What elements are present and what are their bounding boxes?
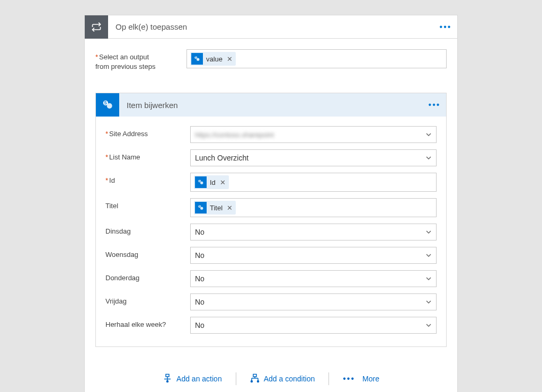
more-button[interactable]: ••• More	[329, 374, 393, 384]
token-remove-icon[interactable]: ✕	[227, 55, 233, 63]
id-input[interactable]: S Id ✕	[190, 173, 437, 192]
add-action-icon	[163, 373, 172, 385]
titel-input[interactable]: S Titel ✕	[190, 198, 437, 217]
flow-action-card: Op elk(e) toepassen ••• *Select an outpu…	[84, 15, 458, 392]
sharepoint-icon: S	[96, 93, 119, 117]
sharepoint-icon: S	[195, 202, 207, 213]
svg-point-22	[251, 380, 252, 382]
svg-text:S: S	[195, 56, 197, 59]
update-item-card: S Item bijwerken ••• *Site Address https…	[95, 93, 447, 347]
dinsdag-label: Dinsdag	[105, 224, 190, 235]
more-dots-icon: •••	[343, 374, 355, 384]
dinsdag-select[interactable]: No	[190, 224, 437, 240]
token-remove-icon[interactable]: ✕	[220, 179, 226, 186]
svg-text:S: S	[199, 180, 200, 183]
token-id[interactable]: S Id ✕	[194, 175, 229, 189]
outer-more-button[interactable]: •••	[434, 15, 457, 39]
token-label: value	[206, 55, 223, 63]
select-output-row: *Select an output from previous steps S …	[95, 49, 447, 72]
svg-point-7	[200, 182, 203, 184]
herhaal-label: Herhaal elke week?	[105, 317, 190, 328]
vrijdag-label: Vrijdag	[105, 293, 190, 305]
apply-to-each-title: Op elk(e) toepassen	[108, 22, 434, 31]
site-address-select[interactable]: https://contoso.sharepoint	[190, 126, 437, 143]
chevron-down-icon	[425, 154, 432, 163]
herhaal-select[interactable]: No	[190, 317, 437, 334]
footer-actions: Add an action Add a condition	[95, 357, 447, 392]
id-label: *Id	[105, 173, 190, 184]
token-remove-icon[interactable]: ✕	[227, 204, 233, 212]
svg-point-1	[197, 58, 199, 61]
token-titel[interactable]: S Titel ✕	[194, 201, 236, 215]
list-name-select[interactable]: Lunch Overzicht	[190, 149, 437, 166]
woensdag-label: Woensdag	[105, 247, 190, 259]
donderdag-select[interactable]: No	[190, 270, 437, 287]
chevron-down-icon	[425, 228, 432, 237]
site-address-label: *Site Address	[105, 126, 190, 138]
svg-rect-12	[166, 374, 169, 377]
chevron-down-icon	[425, 322, 432, 330]
chevron-down-icon	[425, 131, 432, 139]
token-value[interactable]: S value ✕	[190, 52, 236, 66]
donderdag-label: Donderdag	[105, 270, 190, 282]
add-condition-icon	[250, 373, 260, 385]
titel-label: Titel	[105, 198, 190, 210]
update-item-title: Item bijwerken	[119, 101, 423, 110]
chevron-down-icon	[425, 275, 432, 283]
svg-point-10	[200, 207, 203, 210]
list-name-label: *List Name	[105, 149, 190, 161]
svg-point-16	[167, 380, 168, 382]
select-output-input[interactable]: S value ✕	[186, 49, 447, 68]
woensdag-select[interactable]: No	[190, 247, 437, 264]
sharepoint-icon: S	[195, 176, 207, 188]
add-condition-button[interactable]: Add a condition	[236, 373, 329, 385]
svg-point-23	[257, 380, 259, 382]
loop-icon	[85, 15, 108, 39]
inner-more-button[interactable]: •••	[423, 93, 446, 117]
vrijdag-select[interactable]: No	[190, 293, 437, 310]
select-output-label: *Select an output from previous steps	[95, 49, 186, 72]
svg-rect-17	[253, 374, 256, 377]
apply-to-each-header: Op elk(e) toepassen •••	[85, 15, 457, 39]
update-item-header: S Item bijwerken •••	[96, 93, 446, 117]
svg-text:S: S	[199, 206, 200, 208]
sharepoint-icon: S	[191, 53, 203, 65]
svg-text:S: S	[104, 101, 107, 105]
chevron-down-icon	[425, 298, 432, 307]
add-action-button[interactable]: Add an action	[149, 373, 236, 385]
svg-point-4	[107, 103, 112, 109]
chevron-down-icon	[425, 252, 432, 260]
